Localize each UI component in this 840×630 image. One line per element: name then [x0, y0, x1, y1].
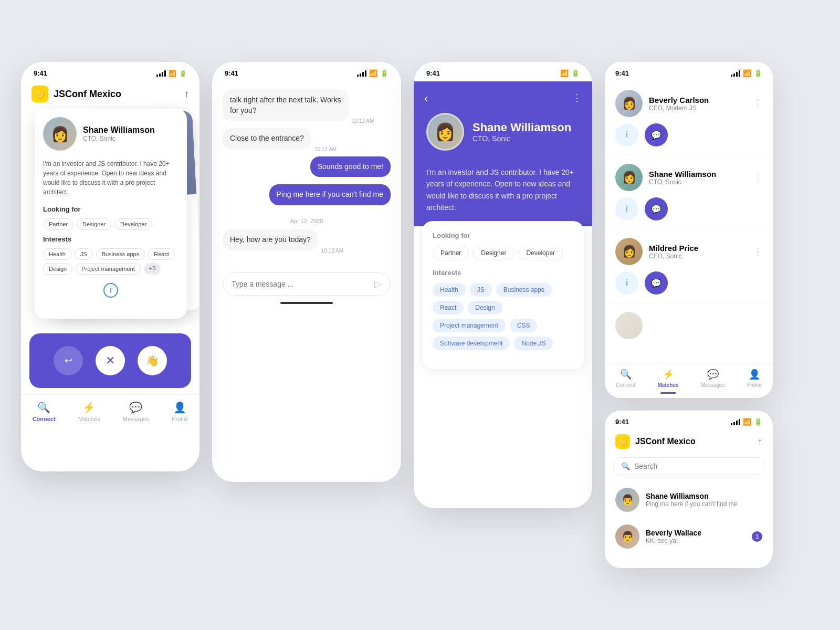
bubble-time-2: 10:12 AM	[314, 146, 337, 152]
msg-info-1: Shane Williamson Ping me here if you can…	[646, 492, 762, 508]
signal-icon	[156, 70, 166, 77]
match-button[interactable]: 👋	[138, 346, 167, 375]
matches-profile-label: Profile	[747, 382, 762, 388]
bubble-received-2: Close to the entrance?	[223, 128, 311, 149]
msg-app-icon: 🟡	[615, 434, 630, 449]
chat-input-bar: ▷	[223, 272, 391, 296]
skip-button[interactable]: ✕	[96, 346, 125, 375]
interest-css: CSS	[510, 319, 538, 332]
match-dots-3[interactable]: ⋮	[753, 246, 762, 257]
msg-share-icon[interactable]: ↑	[758, 436, 762, 447]
match-person-1: 👩 Beverly Carlson CEO, Modern JS	[615, 90, 709, 117]
info-btn-3[interactable]: i	[615, 271, 638, 295]
nav-connect[interactable]: 🔍 Connect	[33, 401, 56, 422]
bubble-time-3: 10:13 AM	[223, 174, 245, 180]
card-interest-tags: Health JS Business apps React Design Pro…	[35, 245, 187, 278]
info-button[interactable]: i	[103, 283, 118, 298]
interest-software-dev: Software development	[433, 337, 510, 350]
active-indicator	[660, 392, 676, 394]
profile-hero: 👩 Shane Williamson CTO, Sonic	[426, 113, 580, 151]
search-bar[interactable]: 🔍	[613, 457, 764, 475]
rewind-button[interactable]: ↩	[54, 346, 83, 375]
matches-icon: ⚡	[82, 401, 96, 414]
dots-button[interactable]: ⋮	[572, 92, 582, 103]
nav-matches[interactable]: ⚡ Matches	[78, 401, 100, 422]
chat-btn-3[interactable]: 💬	[645, 271, 668, 295]
card-bio: I'm an investor and JS contributor. I ha…	[35, 159, 187, 203]
tag-designer: Designer	[77, 218, 111, 230]
match-card-3: 👩 Mildred Price CEO, Sonic ⋮ i 💬	[605, 229, 773, 303]
profile-icon: 👤	[173, 401, 186, 414]
card-interests-label: Interests	[35, 233, 187, 245]
msg-name-2: Beverly Wallace	[646, 529, 746, 537]
bubble-time-1: 10:12 AM	[352, 118, 374, 124]
msg-avatar-2: 👨	[615, 524, 639, 549]
match-card-1: 👩 Beverly Carlson CEO, Modern JS ⋮ i 💬	[605, 81, 773, 155]
interest-health: Health	[433, 283, 466, 297]
match-dots-1[interactable]: ⋮	[753, 98, 762, 109]
interest-tags: Health JS Business apps React Design Pro…	[433, 283, 573, 350]
status-icons-1: 📶 🔋	[156, 70, 187, 77]
msg-app-logo: 🟡 JSConf Mexico	[615, 434, 696, 449]
match-role-3: CEO, Sonic	[649, 253, 698, 260]
interest-project-management: Project management	[433, 319, 506, 332]
chat-messages: talk right after the next talk. Works fo…	[212, 81, 401, 266]
msg-list-item-2[interactable]: 👨 Beverly Wallace KK, see ya! 1	[605, 518, 773, 555]
card-avatar: 👩	[43, 117, 77, 151]
match-avatar-2: 👩	[615, 164, 643, 191]
app-title-1: JSConf Mexico	[54, 89, 179, 100]
card-looking-for-label: Looking for	[35, 203, 187, 215]
matches-nav-connect[interactable]: 🔍 Connect	[616, 369, 635, 394]
match-name-2: Shane Williamson	[649, 170, 716, 178]
matches-nav-profile[interactable]: 👤 Profile	[747, 369, 762, 394]
matches-matches-label: Matches	[658, 382, 679, 388]
signal-icon-3	[548, 70, 558, 77]
msg-list-item-1[interactable]: 👨 Shane Williamson Ping me here if you c…	[605, 481, 773, 518]
tag-business-apps: Business apps	[96, 248, 145, 260]
match-actions-3: i 💬	[615, 271, 762, 295]
back-button[interactable]: ‹	[424, 92, 428, 106]
match-actions-1: i 💬	[615, 123, 762, 146]
info-btn-1[interactable]: i	[615, 123, 638, 146]
match-card-4-partial	[605, 303, 773, 348]
tag-js: JS	[75, 248, 93, 260]
search-input[interactable]	[634, 462, 757, 470]
matches-nav-matches[interactable]: ⚡ Matches	[658, 369, 679, 394]
msg-signal	[731, 419, 740, 425]
msg-wifi: 📶	[743, 418, 751, 426]
match-person-3: 👩 Mildred Price CEO, Sonic	[615, 238, 698, 265]
match-avatar-3: 👩	[615, 238, 643, 265]
looking-for-label: Looking for	[433, 232, 573, 239]
chat-btn-1[interactable]: 💬	[645, 123, 668, 146]
status-icons-3: 📶 🔋	[548, 69, 580, 77]
msg-row-2: Close to the entrance? 10:12 AM	[223, 128, 391, 153]
wifi-icon-3: 📶	[560, 69, 569, 77]
nav-profile[interactable]: 👤 Profile	[172, 401, 188, 422]
matches-nav-messages[interactable]: 💬 Messages	[701, 369, 725, 394]
send-button[interactable]: ▷	[374, 278, 382, 290]
chat-btn-2[interactable]: 💬	[645, 197, 668, 220]
match-actions-2: i 💬	[615, 197, 762, 220]
card-front[interactable]: 👩 Shane Williamson CTO, Sonic I'm an inv…	[35, 109, 187, 319]
message-input[interactable]	[232, 280, 374, 288]
bubble-time-4: 10:13 AM	[223, 203, 245, 208]
info-btn-2[interactable]: i	[615, 197, 638, 220]
profile-name-large: Shane Williamson	[472, 121, 571, 134]
match-dots-2[interactable]: ⋮	[753, 172, 762, 183]
msg-name-1: Shane Williamson	[646, 492, 762, 500]
msg-row-5: Hey, how are you today? 10:12 AM	[223, 229, 391, 255]
interest-react: React	[433, 301, 464, 314]
share-icon-1[interactable]: ↑	[184, 89, 189, 100]
profile-details-card: Looking for Partner Designer Developer I…	[422, 221, 584, 369]
interest-nodejs: Node.JS	[514, 337, 553, 350]
card-name: Shane Williamson	[83, 125, 155, 135]
matches-bottom-nav: 🔍 Connect ⚡ Matches 💬 Messages 👤 P	[605, 362, 773, 398]
matches-status-bar: 9:41 📶 🔋	[605, 62, 773, 81]
matches-label: Matches	[78, 416, 100, 422]
match-person-2: 👩 Shane Williamson CTO, Sonic	[615, 164, 716, 191]
msg-row-1: talk right after the next talk. Works fo…	[223, 90, 391, 125]
msg-status-bar: 9:41 📶 🔋	[605, 411, 773, 430]
msg-header: 🟡 JSConf Mexico ↑	[605, 430, 773, 455]
match-header-2: 👩 Shane Williamson CTO, Sonic ⋮	[615, 164, 762, 191]
nav-messages[interactable]: 💬 Messages	[123, 401, 149, 422]
